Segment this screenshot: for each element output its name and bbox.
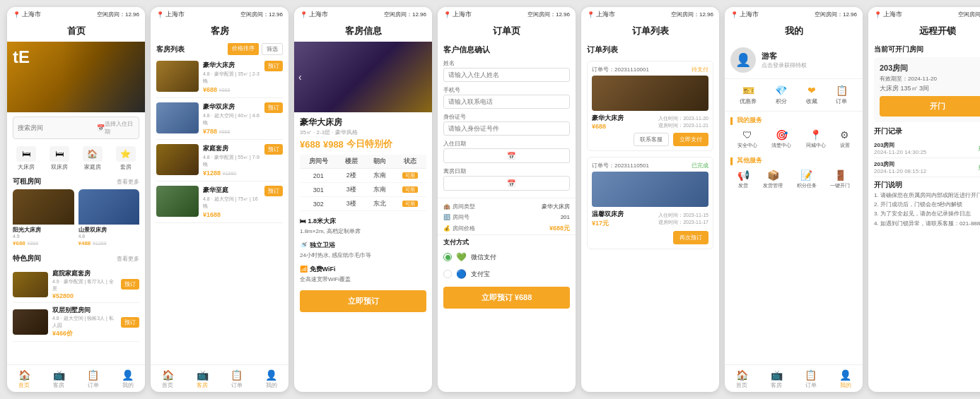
nav-rooms[interactable]: 📺 客房 [53,369,65,389]
nav-orders-my[interactable]: 📋 订单 [805,369,817,389]
input-phone[interactable] [443,95,570,109]
room-item-2[interactable]: 豪华双床房 4.8 · 超大空间 | 40㎡ | 4-6晚 ¥788 ¥968 … [156,98,283,140]
rent-room-1[interactable]: 阳光大床房 4.9 ¥688 ¥999 [13,189,74,248]
nav-home[interactable]: 🏠 首页 [18,369,30,389]
orders-icon-2: 📋 [231,369,243,381]
service-safety[interactable]: 🛡 安全中心 [737,129,757,149]
special-more[interactable]: 查看更多 [117,255,139,263]
nav-my-my[interactable]: 👤 我的 [839,369,851,389]
service-manage[interactable]: 📦 发货管理 [763,169,783,189]
status-bar-info: 📍上海市 空闲房间：12.96 [294,7,432,22]
service-task[interactable]: 📝 积分任务 [797,169,817,189]
nav-orders-2[interactable]: 📋 订单 [231,369,243,389]
today-tag: 今日特别价 [346,138,392,150]
room-no-3: 302 [300,197,337,211]
room-type-double-bed[interactable]: 🛏 大床房 [16,146,36,171]
special-item-2-price: ¥466价 [52,329,117,338]
room-status-2: 可用 [394,183,426,197]
contact-service-btn[interactable]: 联系客服 [634,133,669,146]
tag-filter[interactable]: 筛选 [262,43,283,55]
menu-coupon[interactable]: 🎫 优惠券 [740,85,757,105]
search-bar[interactable]: 📅 选择入住日期 [13,117,139,139]
wechat-radio[interactable] [443,253,452,261]
room-orig-detail: ¥988 [323,139,344,150]
menu-points[interactable]: 💎 积分 [775,85,787,105]
book-btn-4[interactable]: 预订 [264,186,283,196]
room-item-3[interactable]: 家庭套房 4.8 · 豪华配置 | 55㎡ | 7-9晚 ¥1288 ¥1980… [156,140,283,181]
room-floor-3: 3楼 [337,197,365,211]
home-label-2: 首页 [162,381,173,389]
special-book-1[interactable]: 预订 [121,279,139,290]
book-btn-1[interactable]: 预订 [264,61,283,71]
status-bar-home: 📍 上海市 空闲房间：12.96 [7,7,145,22]
rent-room-2[interactable]: 山景双床房 4.8 ¥488 ¥1288 [78,189,140,248]
clear-icon: 🎯 [776,129,788,141]
nav-my-2[interactable]: 👤 我的 [265,369,277,389]
room-right-1: 预订 [264,61,283,93]
service-settings[interactable]: ⚙ 设置 [840,129,850,149]
room-detail-name: 豪华大床房 [300,117,426,129]
settings-label: 设置 [840,142,850,149]
special-item-1-name: 庭院家庭套房 [52,269,117,278]
my-icon-my: 👤 [839,369,851,381]
order-status-2: 已完成 [692,162,708,169]
submit-order-button[interactable]: 立即预订 ¥688 [443,287,570,309]
nav-home-2[interactable]: 🏠 首页 [162,369,174,389]
input-name[interactable] [443,68,570,82]
menu-collect[interactable]: ❤ 收藏 [806,85,817,105]
rent-more[interactable]: 查看更多 [117,178,139,186]
rebook-btn[interactable]: 再次预订 [673,231,708,244]
room-item-1[interactable]: 豪华大床房 4.8 · 豪华配置 | 35㎡ | 2-3晚 ¥688 ¥999 … [156,56,283,98]
order-price-1: ¥688 [592,123,624,130]
search-input[interactable] [18,124,97,131]
room-price-detail: ¥688 [300,139,320,150]
book-now-button[interactable]: 立即预订 [300,290,426,312]
service-clear[interactable]: 🎯 清楚中心 [771,129,791,149]
table-row-1[interactable]: 201 2楼 东南 可用 [300,169,426,183]
amenity-2: 🚿 独立卫浴 24小时热水, 感应纸巾毛巾等 [294,238,432,262]
task-label: 积分任务 [797,182,817,189]
nav-home-my[interactable]: 🏠 首页 [736,369,748,389]
special-item-2[interactable]: 双层别墅房间 4.8 · 超大空间 | 独栋3人 | 私人园 ¥466价 预订 [13,303,139,342]
pay-now-btn[interactable]: 立即支付 [673,133,708,146]
nav-orders[interactable]: 📋 订单 [87,369,99,389]
menu-order[interactable]: 📋 订单 [836,85,848,105]
room-name-4: 豪华至庭 [203,186,260,195]
special-item-1[interactable]: 庭院家庭套房 4.9 · 豪华配置 | 客厅3人 | 全景 ¥52800 预订 [13,266,139,303]
tag-price[interactable]: 价格排序 [228,43,259,55]
table-row-2[interactable]: 301 3楼 东南 可用 [300,183,426,197]
payment-wechat[interactable]: 💚 微信支付 [438,249,576,266]
open-door-button[interactable]: 开门 [880,96,980,117]
checkin-calendar-icon: 📅 [507,152,566,160]
order-card-2: 订单号：20231110501 已完成 温馨双床房 ¥17元 入住时间：2023… [587,157,713,249]
rent-room-grid: 阳光大床房 4.9 ¥688 ¥999 山景双床房 4.8 ¥488 ¥1288 [7,188,145,251]
room-item-4[interactable]: 豪华至庭 4.8 · 超大空间 | 75㎡ | 16晚 ¥1688 预订 [156,181,283,223]
nav-rooms-2[interactable]: 📺 客房 [197,369,209,389]
room-type-suite[interactable]: ⭐ 套房 [116,146,136,171]
checkin-input[interactable]: 📅 [443,148,570,163]
room-type-label-2: 双床房 [51,163,68,171]
service-local[interactable]: 📍 同城中心 [806,129,826,149]
profile-section[interactable]: 👤 游客 点击登录获得特权 [725,42,863,78]
service-door[interactable]: 🚪 一键开门 [830,169,850,189]
book-btn-3[interactable]: 预订 [264,144,283,155]
table-row-3[interactable]: 302 3楼 东北 可用 [300,197,426,211]
nav-rooms-my[interactable]: 📺 客房 [771,369,783,389]
input-id[interactable] [443,121,570,136]
rent-room-2-info: 山景双床房 4.8 ¥488 ¥1288 [78,225,140,248]
alipay-radio[interactable] [443,270,452,278]
payment-alipay[interactable]: 🔵 支付宝 [438,266,576,282]
special-book-2[interactable]: 预订 [121,317,139,328]
rent-room-2-name: 山景双床房 [78,226,140,234]
room-type-twin-bed[interactable]: 🛏 双床房 [49,146,69,171]
back-arrow-icon[interactable]: ‹ [298,71,302,83]
room-right-2: 预订 [264,102,283,135]
service-ship[interactable]: 📢 发货 [737,169,749,189]
signal-home: 空闲房间：12.96 [97,11,139,18]
book-btn-2[interactable]: 预订 [264,102,283,113]
checkout-input[interactable]: 📅 [443,176,570,191]
room-type-bar: 🛏 大床房 🛏 双床房 🏠 家庭房 ⭐ 套房 [7,143,145,174]
room-type-family[interactable]: 🏠 家庭房 [83,146,103,171]
nav-my[interactable]: 👤 我的 [122,369,134,389]
list-title: 客房列表 [156,44,185,54]
